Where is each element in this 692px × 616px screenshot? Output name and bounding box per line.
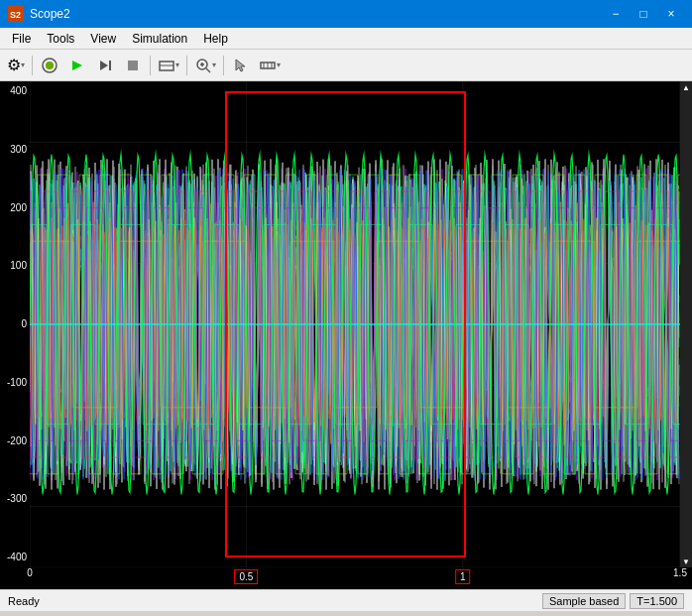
y-label-100: 100 [0,261,30,271]
sample-based-badge: Sample based [542,593,626,609]
menu-tools[interactable]: Tools [39,30,82,48]
app-icon: S2 [8,6,24,22]
menu-bar: File Tools View Simulation Help [0,28,692,50]
x-axis: 0 0.5 1 1.5 [30,567,680,589]
measure-button[interactable]: ▾ [256,54,284,77]
y-label-0: 0 [0,319,30,329]
time-badge: T=1.500 [630,593,684,609]
status-bar: Ready Sample based T=1.500 [0,589,692,611]
y-label-n400: -400 [0,553,30,562]
toolbar: ⚙ ▾ ▾ [0,50,692,81]
x-label-1-5: 1.5 [673,567,687,578]
zoom-in-button[interactable]: ▾ [191,54,219,77]
settings-button[interactable]: ⚙ ▾ [4,54,28,77]
cursor-button[interactable] [228,54,254,77]
toolbar-sep-4 [223,56,224,75]
svg-rect-6 [109,61,111,70]
close-button[interactable]: × [658,4,684,24]
scroll-indicator[interactable]: ▲ ▼ [680,81,692,567]
y-axis: 400 300 200 100 0 -100 -200 -300 -400 [0,81,30,567]
y-label-n300: -300 [0,494,30,504]
print-button[interactable] [37,54,62,77]
x-axis-area: 0 0.5 1 1.5 [0,567,692,589]
toolbar-sep-3 [186,56,187,75]
svg-point-3 [46,62,54,69]
zoom-fit-button[interactable]: ▾ [155,54,182,77]
time-marker-1: 1 [455,569,471,584]
y-label-400: 400 [0,86,30,96]
svg-rect-7 [128,61,138,70]
toolbar-sep-1 [32,56,33,75]
plot-area[interactable] [30,81,680,567]
window-controls: − □ × [603,4,684,24]
y-label-n200: -200 [0,436,30,446]
stop-button[interactable] [120,54,146,77]
time-marker-0-5: 0.5 [234,569,258,584]
title-bar: S2 Scope2 − □ × [0,0,692,28]
x-label-0: 0 [27,567,33,578]
menu-file[interactable]: File [4,30,39,48]
y-label-200: 200 [0,203,30,213]
window-title: Scope2 [30,7,597,21]
y-label-300: 300 [0,145,30,155]
scroll-up-button[interactable]: ▲ [680,81,692,93]
scroll-down-button[interactable]: ▼ [680,555,692,567]
y-label-n100: -100 [0,378,30,388]
run-button[interactable] [64,54,90,77]
svg-line-11 [206,68,210,72]
maximize-button[interactable]: □ [631,4,656,24]
status-text: Ready [8,595,40,607]
menu-help[interactable]: Help [195,30,236,48]
plot-container: 400 300 200 100 0 -100 -200 -300 -400 ▲ … [0,81,692,567]
svg-marker-5 [100,61,108,70]
status-right: Sample based T=1.500 [542,593,684,609]
scope-canvas [30,81,680,567]
menu-view[interactable]: View [82,30,124,48]
minimize-button[interactable]: − [603,4,629,24]
menu-simulation[interactable]: Simulation [124,30,195,48]
svg-marker-4 [72,61,82,70]
toolbar-sep-2 [150,56,151,75]
step-button[interactable] [92,54,118,77]
svg-text:S2: S2 [10,10,21,20]
